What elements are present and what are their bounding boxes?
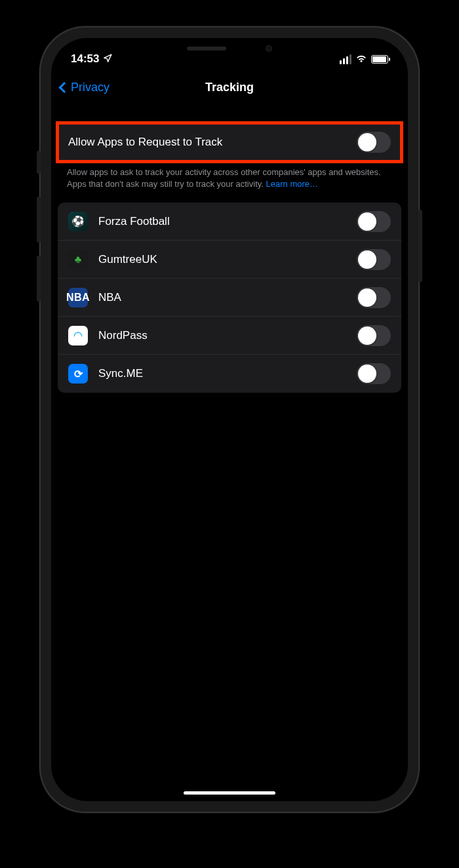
app-tracking-toggle[interactable]: [357, 249, 391, 270]
notch: [161, 38, 298, 59]
location-icon: [103, 54, 112, 65]
app-name-label: Sync.ME: [98, 367, 357, 380]
front-camera: [266, 45, 272, 52]
toggle-knob: [358, 288, 376, 307]
navigation-bar: Privacy Tracking: [51, 71, 408, 104]
toggle-knob: [358, 133, 376, 151]
volume-up-button: [37, 197, 41, 243]
toggle-knob: [358, 326, 376, 345]
app-icon: NBA: [68, 288, 88, 307]
allow-tracking-group: Allow Apps to Request to Track: [58, 123, 401, 161]
volume-down-button: [37, 256, 41, 302]
app-tracking-toggle[interactable]: [357, 287, 391, 308]
mute-switch: [37, 151, 41, 174]
allow-tracking-row[interactable]: Allow Apps to Request to Track: [58, 123, 401, 161]
app-row[interactable]: ⚽Forza Football: [58, 203, 401, 241]
app-tracking-toggle[interactable]: [357, 363, 391, 384]
app-row[interactable]: ◠NordPass: [58, 317, 401, 355]
app-icon: ⟳: [68, 364, 88, 384]
speaker-grille: [187, 47, 226, 50]
app-name-label: GumtreeUK: [98, 253, 357, 266]
app-name-label: NordPass: [98, 329, 357, 342]
tracking-description: Allow apps to ask to track your activity…: [51, 161, 408, 203]
allow-tracking-label: Allow Apps to Request to Track: [68, 136, 357, 149]
back-label: Privacy: [71, 81, 110, 94]
app-name-label: Forza Football: [98, 215, 357, 228]
allow-tracking-toggle[interactable]: [357, 132, 391, 153]
status-time: 14:53: [71, 52, 99, 66]
app-row[interactable]: ♣GumtreeUK: [58, 241, 401, 279]
app-tracking-toggle[interactable]: [357, 325, 391, 346]
toggle-knob: [358, 250, 376, 269]
home-indicator[interactable]: [184, 791, 275, 795]
app-list-group: ⚽Forza Football♣GumtreeUKNBANBA◠NordPass…: [58, 203, 401, 393]
toggle-knob: [358, 365, 376, 383]
toggle-knob: [358, 212, 376, 231]
cellular-signal-icon: [340, 54, 351, 64]
chevron-left-icon: [59, 82, 70, 93]
app-icon: ◠: [68, 326, 88, 345]
app-row[interactable]: ⟳Sync.ME: [58, 355, 401, 393]
wifi-icon: [355, 52, 367, 66]
screen: 14:53 Privacy Tracking: [51, 38, 408, 801]
learn-more-link[interactable]: Learn more…: [266, 179, 318, 189]
battery-icon: [371, 55, 388, 64]
tracking-description-text: Allow apps to ask to track your activity…: [67, 167, 381, 189]
app-icon: ♣: [68, 250, 88, 269]
page-title: Tracking: [205, 81, 254, 94]
app-icon: ⚽: [68, 212, 88, 231]
phone-frame: 14:53 Privacy Tracking: [39, 26, 420, 813]
app-name-label: NBA: [98, 291, 357, 304]
content-area: Allow Apps to Request to Track Allow app…: [51, 104, 408, 393]
back-button[interactable]: Privacy: [60, 81, 110, 94]
power-button: [418, 210, 422, 282]
app-row[interactable]: NBANBA: [58, 279, 401, 317]
app-tracking-toggle[interactable]: [357, 211, 391, 232]
